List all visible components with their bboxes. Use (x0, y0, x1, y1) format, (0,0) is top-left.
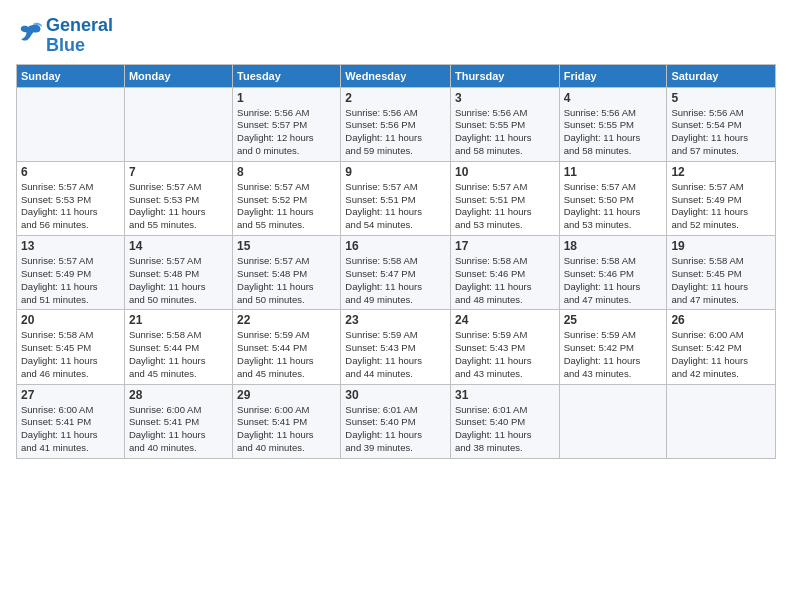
day-number: 24 (455, 313, 555, 327)
day-info: Sunrise: 5:59 AM Sunset: 5:44 PM Dayligh… (237, 329, 336, 380)
day-info: Sunrise: 5:58 AM Sunset: 5:44 PM Dayligh… (129, 329, 228, 380)
page-header: General Blue (16, 16, 776, 56)
day-info: Sunrise: 6:00 AM Sunset: 5:41 PM Dayligh… (237, 404, 336, 455)
calendar-cell: 4Sunrise: 5:56 AM Sunset: 5:55 PM Daylig… (559, 87, 667, 161)
header-sunday: Sunday (17, 64, 125, 87)
day-info: Sunrise: 5:59 AM Sunset: 5:43 PM Dayligh… (345, 329, 446, 380)
calendar-cell: 6Sunrise: 5:57 AM Sunset: 5:53 PM Daylig… (17, 161, 125, 235)
calendar-cell: 27Sunrise: 6:00 AM Sunset: 5:41 PM Dayli… (17, 384, 125, 458)
calendar-week-4: 20Sunrise: 5:58 AM Sunset: 5:45 PM Dayli… (17, 310, 776, 384)
calendar-cell: 28Sunrise: 6:00 AM Sunset: 5:41 PM Dayli… (124, 384, 232, 458)
day-info: Sunrise: 5:58 AM Sunset: 5:46 PM Dayligh… (455, 255, 555, 306)
day-number: 9 (345, 165, 446, 179)
calendar-cell: 29Sunrise: 6:00 AM Sunset: 5:41 PM Dayli… (233, 384, 341, 458)
day-number: 25 (564, 313, 663, 327)
calendar-cell: 14Sunrise: 5:57 AM Sunset: 5:48 PM Dayli… (124, 236, 232, 310)
day-info: Sunrise: 5:57 AM Sunset: 5:48 PM Dayligh… (129, 255, 228, 306)
day-info: Sunrise: 5:57 AM Sunset: 5:51 PM Dayligh… (345, 181, 446, 232)
day-number: 18 (564, 239, 663, 253)
calendar-cell: 15Sunrise: 5:57 AM Sunset: 5:48 PM Dayli… (233, 236, 341, 310)
day-number: 8 (237, 165, 336, 179)
day-number: 17 (455, 239, 555, 253)
calendar-cell (124, 87, 232, 161)
day-info: Sunrise: 6:00 AM Sunset: 5:42 PM Dayligh… (671, 329, 771, 380)
calendar-cell: 1Sunrise: 5:56 AM Sunset: 5:57 PM Daylig… (233, 87, 341, 161)
day-info: Sunrise: 5:56 AM Sunset: 5:54 PM Dayligh… (671, 107, 771, 158)
calendar-cell: 11Sunrise: 5:57 AM Sunset: 5:50 PM Dayli… (559, 161, 667, 235)
day-info: Sunrise: 5:58 AM Sunset: 5:47 PM Dayligh… (345, 255, 446, 306)
day-number: 6 (21, 165, 120, 179)
day-number: 10 (455, 165, 555, 179)
day-info: Sunrise: 5:59 AM Sunset: 5:43 PM Dayligh… (455, 329, 555, 380)
calendar-cell: 13Sunrise: 5:57 AM Sunset: 5:49 PM Dayli… (17, 236, 125, 310)
calendar-cell: 17Sunrise: 5:58 AM Sunset: 5:46 PM Dayli… (450, 236, 559, 310)
calendar-cell: 19Sunrise: 5:58 AM Sunset: 5:45 PM Dayli… (667, 236, 776, 310)
day-number: 29 (237, 388, 336, 402)
day-info: Sunrise: 5:56 AM Sunset: 5:57 PM Dayligh… (237, 107, 336, 158)
calendar-week-5: 27Sunrise: 6:00 AM Sunset: 5:41 PM Dayli… (17, 384, 776, 458)
calendar-cell: 16Sunrise: 5:58 AM Sunset: 5:47 PM Dayli… (341, 236, 451, 310)
day-info: Sunrise: 5:59 AM Sunset: 5:42 PM Dayligh… (564, 329, 663, 380)
day-number: 26 (671, 313, 771, 327)
day-info: Sunrise: 5:57 AM Sunset: 5:49 PM Dayligh… (671, 181, 771, 232)
day-number: 16 (345, 239, 446, 253)
calendar-cell: 21Sunrise: 5:58 AM Sunset: 5:44 PM Dayli… (124, 310, 232, 384)
logo-text: General Blue (46, 16, 113, 56)
calendar-cell: 12Sunrise: 5:57 AM Sunset: 5:49 PM Dayli… (667, 161, 776, 235)
day-number: 3 (455, 91, 555, 105)
day-number: 31 (455, 388, 555, 402)
day-number: 22 (237, 313, 336, 327)
day-number: 2 (345, 91, 446, 105)
day-info: Sunrise: 6:00 AM Sunset: 5:41 PM Dayligh… (129, 404, 228, 455)
calendar-week-3: 13Sunrise: 5:57 AM Sunset: 5:49 PM Dayli… (17, 236, 776, 310)
day-info: Sunrise: 5:56 AM Sunset: 5:55 PM Dayligh… (564, 107, 663, 158)
calendar-cell (559, 384, 667, 458)
day-info: Sunrise: 5:57 AM Sunset: 5:51 PM Dayligh… (455, 181, 555, 232)
calendar-cell: 18Sunrise: 5:58 AM Sunset: 5:46 PM Dayli… (559, 236, 667, 310)
day-number: 14 (129, 239, 228, 253)
day-number: 13 (21, 239, 120, 253)
day-number: 5 (671, 91, 771, 105)
calendar-cell: 5Sunrise: 5:56 AM Sunset: 5:54 PM Daylig… (667, 87, 776, 161)
day-info: Sunrise: 5:56 AM Sunset: 5:56 PM Dayligh… (345, 107, 446, 158)
day-info: Sunrise: 5:58 AM Sunset: 5:46 PM Dayligh… (564, 255, 663, 306)
day-number: 15 (237, 239, 336, 253)
header-thursday: Thursday (450, 64, 559, 87)
calendar-cell: 31Sunrise: 6:01 AM Sunset: 5:40 PM Dayli… (450, 384, 559, 458)
calendar-table: SundayMondayTuesdayWednesdayThursdayFrid… (16, 64, 776, 459)
calendar-week-2: 6Sunrise: 5:57 AM Sunset: 5:53 PM Daylig… (17, 161, 776, 235)
calendar-cell: 2Sunrise: 5:56 AM Sunset: 5:56 PM Daylig… (341, 87, 451, 161)
day-number: 19 (671, 239, 771, 253)
day-number: 1 (237, 91, 336, 105)
header-wednesday: Wednesday (341, 64, 451, 87)
day-info: Sunrise: 5:58 AM Sunset: 5:45 PM Dayligh… (671, 255, 771, 306)
day-number: 23 (345, 313, 446, 327)
calendar-cell: 25Sunrise: 5:59 AM Sunset: 5:42 PM Dayli… (559, 310, 667, 384)
calendar-week-1: 1Sunrise: 5:56 AM Sunset: 5:57 PM Daylig… (17, 87, 776, 161)
calendar-cell: 26Sunrise: 6:00 AM Sunset: 5:42 PM Dayli… (667, 310, 776, 384)
calendar-cell: 20Sunrise: 5:58 AM Sunset: 5:45 PM Dayli… (17, 310, 125, 384)
day-number: 21 (129, 313, 228, 327)
day-number: 7 (129, 165, 228, 179)
calendar-cell: 24Sunrise: 5:59 AM Sunset: 5:43 PM Dayli… (450, 310, 559, 384)
calendar-cell: 3Sunrise: 5:56 AM Sunset: 5:55 PM Daylig… (450, 87, 559, 161)
header-tuesday: Tuesday (233, 64, 341, 87)
day-number: 4 (564, 91, 663, 105)
calendar-cell: 10Sunrise: 5:57 AM Sunset: 5:51 PM Dayli… (450, 161, 559, 235)
day-info: Sunrise: 5:58 AM Sunset: 5:45 PM Dayligh… (21, 329, 120, 380)
day-info: Sunrise: 5:57 AM Sunset: 5:52 PM Dayligh… (237, 181, 336, 232)
day-info: Sunrise: 5:57 AM Sunset: 5:48 PM Dayligh… (237, 255, 336, 306)
day-info: Sunrise: 6:01 AM Sunset: 5:40 PM Dayligh… (455, 404, 555, 455)
calendar-cell (667, 384, 776, 458)
calendar-cell: 30Sunrise: 6:01 AM Sunset: 5:40 PM Dayli… (341, 384, 451, 458)
day-number: 27 (21, 388, 120, 402)
calendar-cell: 9Sunrise: 5:57 AM Sunset: 5:51 PM Daylig… (341, 161, 451, 235)
header-saturday: Saturday (667, 64, 776, 87)
day-number: 30 (345, 388, 446, 402)
day-number: 28 (129, 388, 228, 402)
calendar-cell: 23Sunrise: 5:59 AM Sunset: 5:43 PM Dayli… (341, 310, 451, 384)
day-info: Sunrise: 5:57 AM Sunset: 5:50 PM Dayligh… (564, 181, 663, 232)
day-info: Sunrise: 5:57 AM Sunset: 5:53 PM Dayligh… (21, 181, 120, 232)
day-info: Sunrise: 5:57 AM Sunset: 5:53 PM Dayligh… (129, 181, 228, 232)
day-number: 20 (21, 313, 120, 327)
